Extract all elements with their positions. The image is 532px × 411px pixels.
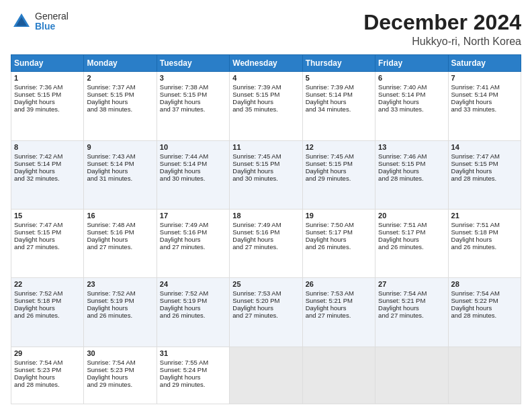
table-row: 27Sunrise: 7:54 AMSunset: 5:21 PMDayligh… bbox=[375, 278, 448, 347]
table-row bbox=[375, 347, 448, 404]
table-row: 3Sunrise: 7:38 AMSunset: 5:15 PMDaylight… bbox=[157, 72, 229, 140]
table-row: 31Sunrise: 7:55 AMSunset: 5:24 PMDayligh… bbox=[157, 347, 229, 404]
table-row: 19Sunrise: 7:50 AMSunset: 5:17 PMDayligh… bbox=[302, 209, 375, 277]
day-number: 12 bbox=[306, 143, 372, 151]
table-row: 28Sunrise: 7:54 AMSunset: 5:22 PMDayligh… bbox=[448, 278, 521, 347]
day-number: 20 bbox=[378, 212, 445, 220]
page: General Blue December 2024 Hukkyo-ri, No… bbox=[0, 0, 532, 411]
day-number: 17 bbox=[160, 212, 226, 220]
table-row bbox=[448, 347, 521, 404]
day-number: 16 bbox=[87, 212, 153, 220]
col-saturday: Saturday bbox=[448, 55, 521, 72]
day-number: 19 bbox=[306, 212, 372, 220]
table-row: 12Sunrise: 7:45 AMSunset: 5:15 PMDayligh… bbox=[302, 140, 375, 209]
table-row: 10Sunrise: 7:44 AMSunset: 5:14 PMDayligh… bbox=[157, 140, 229, 209]
table-row: 21Sunrise: 7:51 AMSunset: 5:18 PMDayligh… bbox=[448, 209, 521, 277]
calendar-header-row: Sunday Monday Tuesday Wednesday Thursday… bbox=[11, 55, 521, 72]
table-row: 1Sunrise: 7:36 AMSunset: 5:15 PMDaylight… bbox=[11, 72, 84, 140]
col-thursday: Thursday bbox=[302, 55, 375, 72]
day-number: 24 bbox=[160, 280, 226, 288]
col-friday: Friday bbox=[375, 55, 448, 72]
day-number: 2 bbox=[87, 74, 153, 82]
table-row: 16Sunrise: 7:48 AMSunset: 5:16 PMDayligh… bbox=[84, 209, 157, 277]
col-wednesday: Wednesday bbox=[230, 55, 302, 72]
day-number: 8 bbox=[14, 143, 81, 151]
day-number: 27 bbox=[378, 280, 445, 288]
col-monday: Monday bbox=[84, 55, 157, 72]
day-number: 13 bbox=[378, 143, 445, 151]
table-row: 8Sunrise: 7:42 AMSunset: 5:14 PMDaylight… bbox=[11, 140, 84, 209]
day-number: 30 bbox=[87, 349, 153, 357]
table-row: 4Sunrise: 7:39 AMSunset: 5:15 PMDaylight… bbox=[230, 72, 302, 140]
col-tuesday: Tuesday bbox=[157, 55, 229, 72]
day-number: 3 bbox=[160, 74, 226, 82]
title-block: December 2024 Hukkyo-ri, North Korea bbox=[363, 11, 521, 48]
table-row: 25Sunrise: 7:53 AMSunset: 5:20 PMDayligh… bbox=[230, 278, 302, 347]
table-row: 14Sunrise: 7:47 AMSunset: 5:15 PMDayligh… bbox=[448, 140, 521, 209]
table-row: 13Sunrise: 7:46 AMSunset: 5:15 PMDayligh… bbox=[375, 140, 448, 209]
subtitle: Hukkyo-ri, North Korea bbox=[363, 36, 521, 48]
logo-icon bbox=[11, 11, 32, 32]
day-number: 18 bbox=[232, 212, 299, 220]
day-number: 31 bbox=[160, 349, 226, 357]
table-row bbox=[302, 347, 375, 404]
table-row: 6Sunrise: 7:40 AMSunset: 5:14 PMDaylight… bbox=[375, 72, 448, 140]
table-row: 2Sunrise: 7:37 AMSunset: 5:15 PMDaylight… bbox=[84, 72, 157, 140]
logo: General Blue bbox=[11, 11, 69, 32]
day-number: 29 bbox=[14, 349, 81, 357]
day-number: 22 bbox=[14, 280, 81, 288]
day-number: 25 bbox=[232, 280, 299, 288]
table-row: 5Sunrise: 7:39 AMSunset: 5:14 PMDaylight… bbox=[302, 72, 375, 140]
table-row: 30Sunrise: 7:54 AMSunset: 5:23 PMDayligh… bbox=[84, 347, 157, 404]
day-number: 4 bbox=[232, 74, 299, 82]
table-row: 22Sunrise: 7:52 AMSunset: 5:18 PMDayligh… bbox=[11, 278, 84, 347]
day-number: 14 bbox=[451, 143, 518, 151]
table-row: 17Sunrise: 7:49 AMSunset: 5:16 PMDayligh… bbox=[157, 209, 229, 277]
table-row: 29Sunrise: 7:54 AMSunset: 5:23 PMDayligh… bbox=[11, 347, 84, 404]
logo-general: General bbox=[35, 11, 69, 21]
day-number: 7 bbox=[451, 74, 518, 82]
calendar-table: Sunday Monday Tuesday Wednesday Thursday… bbox=[11, 54, 521, 404]
main-title: December 2024 bbox=[363, 11, 521, 34]
table-row: 11Sunrise: 7:45 AMSunset: 5:15 PMDayligh… bbox=[230, 140, 302, 209]
day-number: 11 bbox=[232, 143, 299, 151]
table-row: 26Sunrise: 7:53 AMSunset: 5:21 PMDayligh… bbox=[302, 278, 375, 347]
day-number: 26 bbox=[306, 280, 372, 288]
day-number: 10 bbox=[160, 143, 226, 151]
table-row: 18Sunrise: 7:49 AMSunset: 5:16 PMDayligh… bbox=[230, 209, 302, 277]
logo-blue: Blue bbox=[35, 21, 69, 32]
table-row: 9Sunrise: 7:43 AMSunset: 5:14 PMDaylight… bbox=[84, 140, 157, 209]
day-number: 1 bbox=[14, 74, 81, 82]
table-row: 20Sunrise: 7:51 AMSunset: 5:17 PMDayligh… bbox=[375, 209, 448, 277]
col-sunday: Sunday bbox=[11, 55, 84, 72]
day-number: 28 bbox=[451, 280, 518, 288]
table-row: 15Sunrise: 7:47 AMSunset: 5:15 PMDayligh… bbox=[11, 209, 84, 277]
table-row: 7Sunrise: 7:41 AMSunset: 5:14 PMDaylight… bbox=[448, 72, 521, 140]
day-number: 5 bbox=[306, 74, 372, 82]
table-row: 24Sunrise: 7:52 AMSunset: 5:19 PMDayligh… bbox=[157, 278, 229, 347]
day-number: 6 bbox=[378, 74, 445, 82]
day-number: 23 bbox=[87, 280, 153, 288]
logo-text: General Blue bbox=[35, 11, 69, 32]
day-number: 9 bbox=[87, 143, 153, 151]
table-row bbox=[230, 347, 302, 404]
day-number: 15 bbox=[14, 212, 81, 220]
header: General Blue December 2024 Hukkyo-ri, No… bbox=[11, 11, 521, 48]
day-number: 21 bbox=[451, 212, 518, 220]
table-row: 23Sunrise: 7:52 AMSunset: 5:19 PMDayligh… bbox=[84, 278, 157, 347]
